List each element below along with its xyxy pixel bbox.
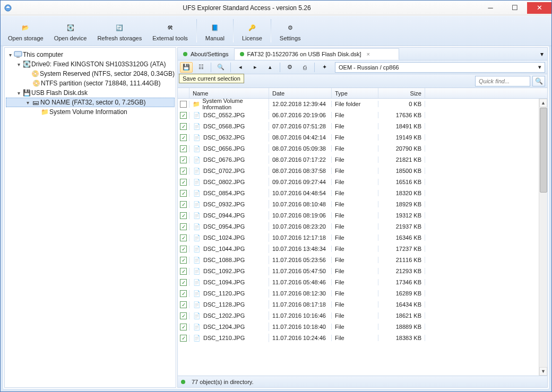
tree-usb-volume[interactable]: ▾ 🖴 NO NAME (FAT32, sector 0, 7.25GB) bbox=[6, 98, 175, 107]
row-checkbox[interactable]: ✓ bbox=[180, 134, 187, 141]
expander-icon[interactable]: ▾ bbox=[15, 90, 22, 96]
table-row[interactable]: ✓📄DSC_0932.JPG10.07.2016 08:10:48File189… bbox=[178, 199, 547, 210]
tool-button[interactable]: ⚙ bbox=[283, 62, 296, 73]
row-checkbox[interactable]: ✓ bbox=[180, 168, 187, 175]
toolbar-open-storage[interactable]: 📂Open storage bbox=[4, 19, 48, 43]
table-row[interactable]: ✓📄DSC_1210.JPG11.07.2016 10:24:46File183… bbox=[178, 333, 547, 344]
row-checkbox[interactable]: ✓ bbox=[180, 257, 187, 264]
table-row[interactable]: ✓📄DSC_1128.JPG11.07.2016 08:17:18File164… bbox=[178, 299, 547, 310]
table-row[interactable]: ✓📄DSC_1204.JPG11.07.2016 10:18:40File188… bbox=[178, 321, 547, 333]
tree-partition[interactable]: 📀 NTFS partition (sector 718848, 111.44G… bbox=[6, 79, 175, 88]
file-date: 11.07.2016 05:48:46 bbox=[269, 279, 332, 285]
file-grid[interactable]: Name Date Type Size ✓📁System Volume Info… bbox=[178, 88, 547, 376]
row-checkbox[interactable]: ✓ bbox=[180, 223, 187, 230]
table-row[interactable]: ✓📄DSC_0676.JPG08.07.2016 07:17:22File218… bbox=[178, 154, 547, 165]
row-checkbox[interactable]: ✓ bbox=[180, 123, 187, 130]
tree-usb[interactable]: ▾ 💾 USB Flash Disk.dsk bbox=[6, 88, 175, 98]
row-checkbox[interactable]: ✓ bbox=[180, 145, 187, 152]
toolbar-license[interactable]: 🔑License bbox=[238, 19, 266, 43]
row-checkbox[interactable]: ✓ bbox=[180, 156, 187, 163]
table-row[interactable]: ✓📄DSC_0702.JPG08.07.2016 08:37:58File185… bbox=[178, 165, 547, 177]
row-checkbox[interactable]: ✓ bbox=[180, 234, 187, 241]
table-row[interactable]: ✓📄DSC_1094.JPG11.07.2016 05:48:46File173… bbox=[178, 277, 547, 288]
expander-icon[interactable]: ▾ bbox=[15, 62, 22, 67]
minimize-button[interactable]: ─ bbox=[478, 2, 503, 14]
file-date: 11.07.2016 08:12:30 bbox=[269, 290, 332, 297]
table-row[interactable]: ✓📄DSC_0552.JPG06.07.2016 20:19:06File176… bbox=[178, 110, 547, 121]
tool-button[interactable]: ☷ bbox=[195, 62, 208, 73]
table-row[interactable]: ✓📄DSC_0568.JPG07.07.2016 07:51:28File184… bbox=[178, 121, 547, 132]
table-row[interactable]: ✓📄DSC_1092.JPG11.07.2016 05:47:50File212… bbox=[178, 266, 547, 277]
nav-back-button[interactable]: ◂ bbox=[234, 62, 247, 73]
row-checkbox[interactable]: ✓ bbox=[180, 312, 187, 319]
table-row[interactable]: ✓📄DSC_0944.JPG10.07.2016 08:19:06File193… bbox=[178, 210, 547, 221]
scroll-thumb[interactable] bbox=[540, 108, 547, 193]
col-type[interactable]: Type bbox=[332, 88, 378, 98]
tool-button[interactable]: ✦ bbox=[318, 62, 331, 73]
tab-close-icon[interactable]: × bbox=[367, 51, 370, 57]
row-checkbox[interactable]: ✓ bbox=[180, 279, 187, 286]
table-row[interactable]: ✓📄DSC_0802.JPG09.07.2016 09:27:44File165… bbox=[178, 177, 547, 188]
table-row[interactable]: ✓📄DSC_1024.JPG10.07.2016 12:17:18File163… bbox=[178, 232, 547, 243]
maximize-button[interactable]: ☐ bbox=[503, 2, 527, 14]
row-checkbox[interactable]: ✓ bbox=[180, 179, 187, 186]
quick-find-button[interactable]: 🔍 bbox=[532, 76, 545, 86]
toolbar-refresh[interactable]: 🔄Refresh storages bbox=[93, 19, 146, 43]
toolbar-manual[interactable]: 📘Manual bbox=[201, 19, 229, 43]
table-row[interactable]: ✓📄DSC_0632.JPG08.07.2016 04:42:14File191… bbox=[178, 132, 547, 143]
row-checkbox[interactable]: ✓ bbox=[180, 112, 187, 119]
row-checkbox[interactable]: ✓ bbox=[180, 246, 187, 252]
table-row[interactable]: ✓📄DSC_0656.JPG08.07.2016 05:09:38File207… bbox=[178, 143, 547, 154]
tab-about[interactable]: About/Settings bbox=[178, 48, 235, 60]
storage-tree[interactable]: ▾ This computer ▾ 💽 Drive0: Fixed KINGST… bbox=[4, 47, 176, 388]
tab-fat32[interactable]: FAT32 [0-15220736 on USB Flash Disk.dsk]… bbox=[235, 48, 399, 60]
table-row[interactable]: ✓📄DSC_1044.JPG10.07.2016 13:48:34File172… bbox=[178, 243, 547, 255]
row-checkbox[interactable]: ✓ bbox=[180, 212, 187, 219]
col-checkbox[interactable] bbox=[178, 88, 189, 98]
table-row[interactable]: ✓📄DSC_0954.JPG10.07.2016 08:23:20File219… bbox=[178, 221, 547, 232]
nav-up-button[interactable]: ▴ bbox=[264, 62, 277, 73]
col-date[interactable]: Date bbox=[269, 88, 332, 98]
tree-root[interactable]: ▾ This computer bbox=[6, 50, 175, 59]
row-checkbox[interactable]: ✓ bbox=[180, 201, 187, 208]
tab-overflow-icon[interactable]: ▾ bbox=[537, 50, 547, 58]
row-checkbox[interactable]: ✓ bbox=[180, 335, 187, 342]
table-row[interactable]: ✓📁System Volume Information12.02.2018 12… bbox=[178, 99, 547, 110]
table-row[interactable]: ✓📄DSC_0854.JPG10.07.2016 04:48:54File183… bbox=[178, 188, 547, 199]
toolbar-label: Refresh storages bbox=[97, 35, 142, 41]
col-size[interactable]: Size bbox=[378, 88, 425, 98]
row-checkbox[interactable]: ✓ bbox=[180, 290, 187, 297]
find-button[interactable]: 🔍 bbox=[214, 62, 227, 73]
row-checkbox[interactable]: ✓ bbox=[180, 301, 187, 308]
tool-button[interactable]: ⎙ bbox=[298, 62, 311, 73]
table-row[interactable]: ✓📄DSC_1120.JPG11.07.2016 08:12:30File162… bbox=[178, 288, 547, 299]
table-row[interactable]: ✓📄DSC_1202.JPG11.07.2016 10:16:46File186… bbox=[178, 310, 547, 321]
row-checkbox[interactable]: ✓ bbox=[180, 190, 187, 197]
external-icon: 🛠 bbox=[163, 20, 178, 35]
file-name: DSC_0954.JPG bbox=[203, 223, 245, 230]
tree-drive0[interactable]: ▾ 💽 Drive0: Fixed KINGSTON SH103S3120G (… bbox=[6, 59, 175, 69]
tree-partition[interactable]: 📀 System Reserved (NTFS, sector 2048, 0.… bbox=[6, 69, 175, 79]
encoding-select[interactable]: OEM - Russian / cp866 ▾ bbox=[335, 62, 545, 73]
file-name: DSC_1128.JPG bbox=[203, 301, 245, 308]
file-size: 21937 KB bbox=[378, 223, 425, 230]
row-checkbox[interactable]: ✓ bbox=[180, 324, 187, 330]
expander-icon[interactable]: ▾ bbox=[24, 100, 31, 106]
toolbar-external[interactable]: 🛠External tools bbox=[148, 19, 192, 43]
vertical-scrollbar[interactable]: ▲ ▼ bbox=[539, 99, 547, 376]
nav-fwd-button[interactable]: ▸ bbox=[249, 62, 262, 73]
close-button[interactable]: ✕ bbox=[527, 2, 551, 14]
scroll-down-icon[interactable]: ▼ bbox=[539, 367, 547, 376]
row-checkbox[interactable]: ✓ bbox=[180, 101, 187, 108]
save-selection-button[interactable]: 💾 bbox=[180, 62, 193, 73]
col-name[interactable]: Name bbox=[189, 88, 269, 98]
file-date: 11.07.2016 05:47:50 bbox=[269, 268, 332, 274]
quick-find-input[interactable] bbox=[475, 76, 530, 86]
table-row[interactable]: ✓📄DSC_1088.JPG11.07.2016 05:23:56File211… bbox=[178, 255, 547, 266]
toolbar-open-device[interactable]: 💽Open device bbox=[50, 19, 91, 43]
tree-folder[interactable]: 📁 System Volume Information bbox=[6, 107, 175, 117]
expander-icon[interactable]: ▾ bbox=[7, 52, 13, 58]
scroll-up-icon[interactable]: ▲ bbox=[539, 99, 547, 107]
row-checkbox[interactable]: ✓ bbox=[180, 268, 187, 275]
toolbar-settings[interactable]: ⚙Settings bbox=[275, 19, 305, 43]
